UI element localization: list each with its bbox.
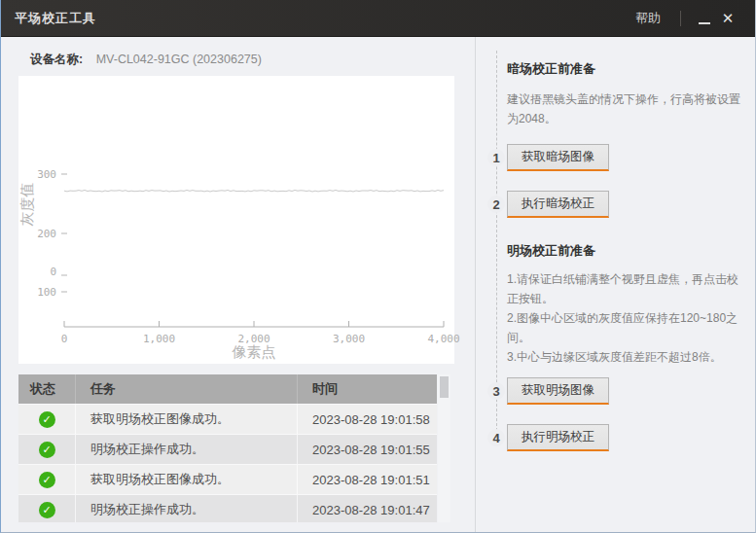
success-icon: ✓: [39, 442, 55, 458]
gray-value-chart: 300 200 100 0 0 1,000 2,000 3,000 4,000 …: [18, 76, 454, 364]
status-cell: ✓: [18, 465, 76, 494]
dark-field-heading: 暗场校正前准备: [507, 60, 745, 78]
status-cell: ✓: [18, 435, 76, 464]
task-cell: 明场校正操作成功。: [76, 435, 298, 464]
execute-dark-field-correction-button[interactable]: 执行暗场校正: [507, 191, 609, 218]
y-tick-label: 100: [37, 286, 56, 299]
help-button[interactable]: 帮助: [630, 6, 666, 31]
x-tick-label: 4,000: [427, 333, 459, 345]
x-tick-label: 1,000: [143, 333, 175, 345]
window-title: 平场校正工具: [15, 10, 96, 27]
gray-value-series-line: [64, 191, 444, 193]
header-status: 状态: [18, 374, 76, 404]
step-1-row: 1 获取暗场图像: [507, 144, 745, 171]
step-2-row: 2 执行暗场校正: [507, 191, 745, 218]
task-cell: 获取明场校正图像成功。: [76, 465, 298, 494]
header-task: 任务: [76, 374, 298, 404]
titlebar: 平场校正工具 帮助 ✕: [1, 0, 756, 37]
step-4-number: 4: [487, 429, 505, 446]
device-name-value: MV-CL042-91GC (202306275): [96, 53, 262, 66]
y-axis-title: 灰度值: [18, 183, 35, 227]
bright-field-instructions: 1.请保证白纸铺满整个视野且虚焦，再点击校正按钮。 2.图像中心区域的灰度值应保…: [507, 269, 745, 367]
y-tick-label: 200: [37, 228, 56, 240]
status-cell: ✓: [18, 495, 76, 522]
time-cell: 2023-08-28 19:01:47: [298, 495, 437, 522]
get-dark-field-image-button[interactable]: 获取暗场图像: [507, 144, 609, 171]
bright-field-line-2: 2.图像中心区域的灰度值应保持在120~180之间。: [507, 308, 746, 347]
close-icon: ✕: [722, 11, 735, 25]
header-time: 时间: [298, 374, 437, 404]
table-row: ✓ 明场校正操作成功。 2023-08-28 19:01:55: [18, 434, 437, 464]
step-3-row: 3 获取明场图像: [507, 377, 745, 405]
table-header-row: 状态 任务 时间: [18, 374, 437, 404]
step-1-number: 1: [487, 149, 505, 166]
status-cell: ✓: [18, 405, 76, 434]
y-tick-label: 300: [37, 168, 56, 181]
execute-bright-field-correction-button[interactable]: 执行明场校正: [507, 424, 609, 451]
chart-svg: 300 200 100 0 0 1,000 2,000 3,000 4,000 …: [18, 76, 454, 364]
y-tick-label: 0: [50, 266, 56, 278]
titlebar-divider: [680, 11, 681, 26]
table-scrollbar[interactable]: [438, 374, 450, 522]
minimize-button[interactable]: [693, 7, 716, 30]
x-axis: [64, 321, 444, 327]
table-scrollbar-thumb[interactable]: [440, 376, 449, 398]
time-cell: 2023-08-28 19:01:51: [298, 465, 437, 494]
device-name-label: 设备名称:: [30, 53, 83, 66]
step-2-number: 2: [487, 195, 505, 213]
step-3-number: 3: [487, 382, 505, 400]
flat-field-correction-window: 平场校正工具 帮助 ✕ 设备名称: MV-CL042-91GC (2023062…: [0, 0, 756, 533]
get-bright-field-image-button[interactable]: 获取明场图像: [507, 377, 609, 405]
success-icon: ✓: [39, 411, 55, 428]
task-cell: 获取明场校正图像成功。: [76, 405, 298, 434]
x-tick-label: 3,000: [333, 333, 365, 345]
time-cell: 2023-08-28 19:01:55: [298, 435, 437, 464]
device-name-row: 设备名称: MV-CL042-91GC (202306275): [30, 52, 262, 68]
instructions-content: 暗场校正前准备 建议捂黑镜头盖的情况下操作，行高将被设置为2048。 1 获取暗…: [476, 37, 756, 451]
x-axis-title: 像素点: [232, 343, 276, 360]
success-icon: ✓: [39, 472, 55, 488]
dark-field-instructions: 建议捂黑镜头盖的情况下操作，行高将被设置为2048。: [507, 89, 746, 128]
step-4-row: 4 执行明场校正: [507, 424, 745, 451]
calibration-log-table: 状态 任务 时间 ✓ 获取明场校正图像成功。 2023-08-28 19:01:…: [18, 374, 437, 522]
instructions-panel: 暗场校正前准备 建议捂黑镜头盖的情况下操作，行高将被设置为2048。 1 获取暗…: [476, 37, 756, 533]
x-tick-label: 0: [61, 333, 68, 345]
close-button[interactable]: ✕: [716, 7, 739, 30]
bright-field-line-1: 1.请保证白纸铺满整个视野且虚焦，再点击校正按钮。: [507, 269, 746, 308]
table-row: ✓ 明场校正操作成功。 2023-08-28 19:01:47: [18, 494, 437, 522]
titlebar-controls: 帮助 ✕: [630, 6, 739, 31]
time-cell: 2023-08-28 19:01:58: [298, 405, 437, 434]
table-row: ✓ 获取明场校正图像成功。 2023-08-28 19:01:58: [18, 404, 437, 434]
task-cell: 明场校正操作成功。: [76, 495, 298, 522]
success-icon: ✓: [39, 502, 55, 518]
bright-field-line-3: 3.中心与边缘区域灰度值差距不超过8倍。: [507, 347, 746, 367]
minimize-icon: [699, 22, 710, 24]
bright-field-heading: 明场校正前准备: [507, 242, 745, 260]
table-row: ✓ 获取明场校正图像成功。 2023-08-28 19:01:51: [18, 464, 437, 494]
